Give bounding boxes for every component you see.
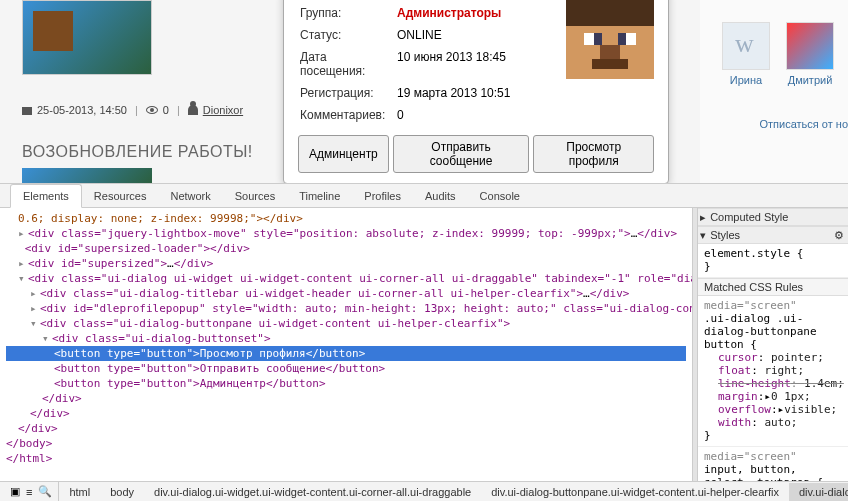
post-metadata: 25-05-2013, 14:50 | 0 | Dionixor [22,104,243,116]
comments-value: 0 [397,105,652,125]
devtools-panel: Elements Resources Network Sources Timel… [0,183,848,501]
dom-line[interactable]: ▾<div class="ui-dialog ui-widget ui-widg… [6,271,686,286]
tab-timeline[interactable]: Timeline [287,185,352,207]
dock-icon[interactable]: ▣ [10,485,20,498]
tab-elements[interactable]: Elements [10,184,82,208]
comments-label: Комментариев: [300,105,395,125]
crumb-html[interactable]: html [59,483,100,501]
send-message-button[interactable]: Отправить сообщение [393,135,530,173]
style-rule-block[interactable]: media="screen" input, button, select, te… [698,447,848,481]
computed-style-header[interactable]: ▸ Computed Style [698,208,848,226]
dom-line[interactable]: ▾<div class="ui-dialog-buttonpane ui-wid… [6,316,686,331]
post-thumbnail-2[interactable] [22,168,152,183]
dom-line[interactable]: <button type="button">Админцентр</button… [6,376,686,391]
dom-line[interactable]: 0.6; display: none; z-index: 99998;"></d… [6,211,686,226]
tab-sources[interactable]: Sources [223,185,287,207]
group-label: Группа: [300,3,395,23]
dom-line[interactable]: ▸<div id="dleprofilepopup" style="width:… [6,301,686,316]
user-card-irina[interactable]: Ирина [722,22,770,86]
user-thumb [722,22,770,70]
style-rule-block[interactable]: media="screen" .ui-dialog .ui-dialog-but… [698,296,848,447]
user-thumb [786,22,834,70]
avatar [566,0,654,79]
dom-line[interactable]: ▸<div class="jquery-lightbox-move" style… [6,226,686,241]
right-column: Ирина Дмитрий Отписаться от но [700,0,848,183]
user-card-dmitry[interactable]: Дмитрий [786,22,834,86]
reg-value: 19 марта 2013 10:51 [397,83,652,103]
gear-icon[interactable]: ⚙ [834,229,844,242]
tab-audits[interactable]: Audits [413,185,468,207]
visit-label: Дата посещения: [300,47,395,81]
inspect-icon[interactable]: 🔍 [38,485,52,498]
matched-rules-header: Matched CSS Rules [698,278,848,296]
crumb-buttonpane[interactable]: div.ui-dialog-buttonpane.ui-widget-conte… [481,483,789,501]
styles-panel[interactable]: ▸ Computed Style ▾ Styles⚙ element.style… [698,208,848,481]
crumb-buttonset[interactable]: div.ui-dialog-buttonset [789,483,848,501]
crumb-dialog[interactable]: div.ui-dialog.ui-widget.ui-widget-conten… [144,483,481,501]
reg-label: Регистрация: [300,83,395,103]
dom-line[interactable]: </html> [6,451,686,466]
elements-tree[interactable]: 0.6; display: none; z-index: 99998;"></d… [0,208,692,481]
console-icon[interactable]: ≡ [26,486,32,498]
post-thumbnail[interactable] [22,0,152,75]
author-icon [188,105,198,115]
tab-console[interactable]: Console [468,185,532,207]
user-name: Дмитрий [788,74,833,86]
dom-line[interactable]: <button type="button">Отправить сообщени… [6,361,686,376]
profile-popup-dialog: Группа:Администраторы Статус:ONLINE Дата… [283,0,669,184]
dom-line[interactable]: </div> [6,406,686,421]
admin-center-button[interactable]: Админцентр [298,135,389,173]
devtools-tabs: Elements Resources Network Sources Timel… [0,184,848,208]
tab-network[interactable]: Network [158,185,222,207]
dom-line-selected[interactable]: <button type="button">Просмотр профиля</… [6,346,686,361]
page-content: 25-05-2013, 14:50 | 0 | Dionixor ВОЗОБНО… [0,0,848,183]
post-views: 0 [163,104,169,116]
crumb-body[interactable]: body [100,483,144,501]
style-rule-block[interactable]: element.style { } [698,244,848,278]
calendar-icon [22,105,32,115]
post-date: 25-05-2013, 14:50 [37,104,127,116]
unsubscribe-link[interactable]: Отписаться от но [759,118,848,130]
breadcrumb-bar: ▣ ≡ 🔍 html body div.ui-dialog.ui-widget.… [0,481,848,501]
dom-line[interactable]: </div> [6,421,686,436]
dom-line[interactable]: </body> [6,436,686,451]
post-author-link[interactable]: Dionixor [203,104,243,116]
dom-line[interactable]: ▸<div id="supersized">…</div> [6,256,686,271]
dom-line[interactable]: </div> [6,391,686,406]
tab-resources[interactable]: Resources [82,185,159,207]
tab-profiles[interactable]: Profiles [352,185,413,207]
post-title[interactable]: ВОЗОБНОВЛЕНИЕ РАБОТЫ! [22,143,253,161]
view-profile-button[interactable]: Просмотр профиля [533,135,654,173]
dialog-button-row: Админцентр Отправить сообщение Просмотр … [298,135,654,173]
views-icon [146,106,158,114]
dom-line[interactable]: ▾<div class="ui-dialog-buttonset"> [6,331,686,346]
status-label: Статус: [300,25,395,45]
styles-header[interactable]: ▾ Styles⚙ [698,226,848,244]
devtools-body: 0.6; display: none; z-index: 99998;"></d… [0,208,848,481]
dom-line[interactable]: <div id="supersized-loader"></div> [6,241,686,256]
dom-line[interactable]: ▸<div class="ui-dialog-titlebar ui-widge… [6,286,686,301]
user-name: Ирина [730,74,762,86]
